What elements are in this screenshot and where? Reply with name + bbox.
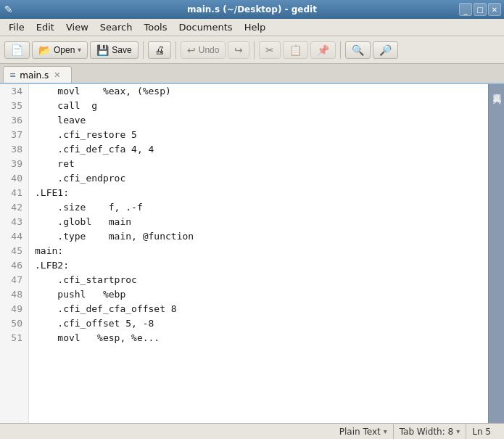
code-line: .LFB2:: [35, 258, 488, 273]
window-controls[interactable]: _ □ ✕: [459, 3, 501, 16]
code-line: call g: [35, 99, 488, 113]
menu-tools[interactable]: Tools: [138, 20, 173, 34]
code-line: .cfi_offset 5, -8: [35, 316, 488, 331]
menu-documents[interactable]: Documents: [173, 20, 239, 34]
line-number: 35: [0, 99, 28, 113]
minimize-button[interactable]: _: [459, 3, 472, 16]
line-number: 36: [0, 113, 28, 128]
line-number: 46: [0, 258, 28, 273]
code-line: ret: [35, 157, 488, 171]
line-number-status: Ln 5: [466, 424, 497, 439]
line-number: 38: [0, 142, 28, 157]
tab-main-s[interactable]: ≡ main.s ✕: [3, 66, 72, 83]
replace-button[interactable]: 🔎: [373, 41, 398, 59]
menu-bar: File Edit View Search Tools Documents He…: [0, 19, 504, 36]
tab-width-label: Tab Width: 8: [400, 427, 453, 437]
open-button[interactable]: 📂 Open ▾: [32, 41, 88, 59]
line-number: 34: [0, 84, 28, 99]
undo-icon: ↩: [187, 44, 196, 56]
code-line: movl %eax, (%esp): [35, 84, 488, 99]
undo-label: Undo: [199, 45, 220, 55]
copy-button[interactable]: 📋: [283, 41, 308, 59]
cut-icon: ✂: [265, 44, 274, 56]
menu-search[interactable]: Search: [94, 20, 139, 34]
line-number: 48: [0, 287, 28, 302]
line-numbers: 343536373839404142434445464748495051: [0, 84, 29, 423]
line-number: 51: [0, 331, 28, 345]
language-label: Plain Text: [339, 427, 381, 437]
tab-label: main.s: [20, 70, 49, 81]
maximize-button[interactable]: □: [474, 3, 487, 16]
tab-bar: ≡ main.s ✕: [0, 64, 504, 84]
code-line: .cfi_endproc: [35, 171, 488, 186]
open-dropdown-icon[interactable]: ▾: [78, 46, 81, 54]
menu-view[interactable]: View: [60, 20, 94, 34]
code-line: .cfi_def_cfa_offset 8: [35, 302, 488, 316]
line-number: 41: [0, 186, 28, 200]
line-number-label: Ln 5: [472, 427, 491, 437]
cut-button[interactable]: ✂: [259, 41, 281, 59]
code-line: main:: [35, 244, 488, 258]
tab-dropdown-icon[interactable]: ▾: [456, 427, 460, 435]
language-status[interactable]: Plain Text ▾: [334, 424, 394, 439]
line-number: 39: [0, 157, 28, 171]
line-number: 40: [0, 171, 28, 186]
paste-button[interactable]: 📌: [310, 41, 336, 59]
line-number: 49: [0, 302, 28, 316]
code-line: .globl main: [35, 215, 488, 229]
file-icon: ≡: [9, 70, 16, 80]
print-icon: 🖨: [154, 44, 165, 56]
print-button[interactable]: 🖨: [148, 41, 171, 59]
line-number: 45: [0, 244, 28, 258]
code-line: .type main, @function: [35, 229, 488, 244]
app-icon: ✎: [4, 4, 13, 15]
replace-icon: 🔎: [379, 44, 392, 56]
copy-icon: 📋: [289, 44, 302, 56]
menu-help[interactable]: Help: [239, 20, 272, 34]
line-number: 43: [0, 215, 28, 229]
status-bar: Plain Text ▾ Tab Width: 8 ▾ Ln 5: [0, 423, 504, 439]
code-line: .cfi_def_cfa 4, 4: [35, 142, 488, 157]
new-icon: 📄: [11, 44, 23, 56]
line-number: 47: [0, 273, 28, 287]
undo-button[interactable]: ↩ Undo: [181, 41, 226, 59]
find-icon: 🔍: [352, 44, 364, 56]
line-number: 42: [0, 200, 28, 215]
redo-icon: ↪: [234, 44, 243, 56]
toolbar-separator-1: [143, 41, 144, 59]
code-line: .LFE1:: [35, 186, 488, 200]
editor: 343536373839404142434445464748495051 mov…: [0, 84, 504, 423]
title-bar: ✎ main.s (~/Desktop) - gedit _ □ ✕: [0, 0, 504, 19]
menu-edit[interactable]: Edit: [30, 20, 60, 34]
toolbar-separator-4: [340, 41, 341, 59]
find-button[interactable]: 🔍: [345, 41, 371, 59]
toolbar-separator-2: [175, 41, 176, 59]
code-line: leave: [35, 113, 488, 128]
code-line: .cfi_restore 5: [35, 128, 488, 142]
line-number: 50: [0, 316, 28, 331]
code-line: .cfi_startproc: [35, 273, 488, 287]
open-label: Open: [54, 45, 75, 55]
code-line: movl %esp, %e...: [35, 331, 488, 345]
open-icon: 📂: [38, 44, 51, 56]
language-dropdown-icon[interactable]: ▾: [384, 427, 387, 435]
new-button[interactable]: 📄: [4, 41, 30, 59]
redo-button[interactable]: ↪: [228, 41, 249, 59]
save-button[interactable]: 💾 Save: [90, 41, 138, 59]
save-label: Save: [112, 45, 131, 55]
right-panel[interactable]: 隱藏工具列: [488, 84, 504, 423]
toolbar-separator-3: [254, 41, 255, 59]
toolbar: 📄 📂 Open ▾ 💾 Save 🖨 ↩ Undo ↪ ✂ 📋 📌 🔍 🔎: [0, 36, 504, 64]
close-button[interactable]: ✕: [488, 3, 501, 16]
right-panel-text: 隱藏工具列: [491, 87, 501, 91]
paste-icon: 📌: [317, 44, 329, 56]
window-title: main.s (~/Desktop) - gedit: [187, 4, 317, 15]
menu-file[interactable]: File: [3, 20, 30, 34]
code-line: .size f, .-f: [35, 200, 488, 215]
tab-close-button[interactable]: ✕: [52, 70, 62, 81]
tab-width-status[interactable]: Tab Width: 8 ▾: [394, 424, 467, 439]
line-number: 44: [0, 229, 28, 244]
code-area[interactable]: movl %eax, (%esp) call g leave .cfi_rest…: [29, 84, 488, 423]
code-line: pushl %ebp: [35, 287, 488, 302]
line-number: 37: [0, 128, 28, 142]
